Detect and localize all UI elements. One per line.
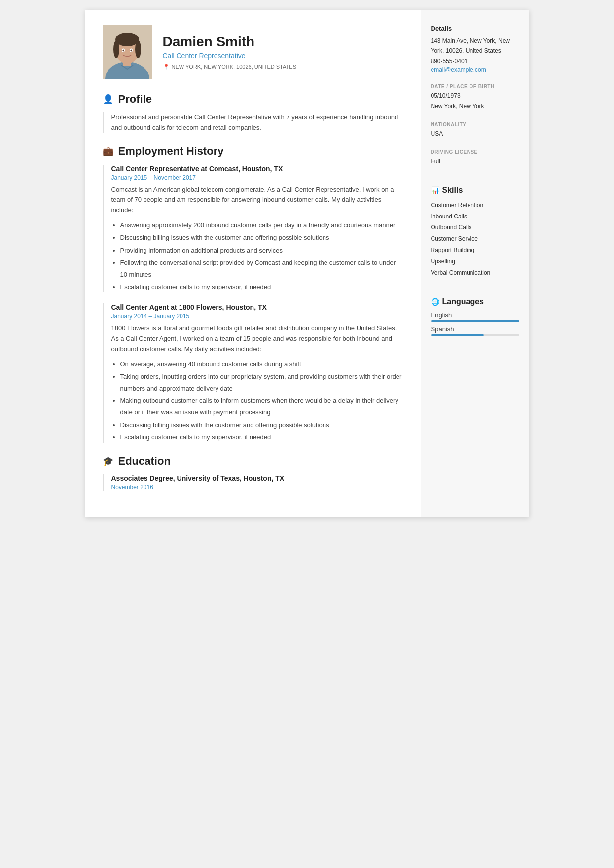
skill-item: Verbal Communication [431,267,519,279]
sidebar-address: 143 Main Ave, New York, New York, 10026,… [431,36,519,56]
details-title: Details [431,25,519,32]
sidebar-divider [431,178,519,178]
skill-item: Customer Retention [431,200,519,211]
edu-degree: Associates Degree, University of Texas, … [111,474,403,482]
driving-value: Full [431,156,519,166]
skill-item: Customer Service [431,233,519,245]
sidebar: Details 143 Main Ave, New York, New York… [421,10,529,517]
sidebar-email: email@example.com [431,66,519,73]
job-description: 1800 Flowers is a floral and gourmet foo… [111,324,403,354]
svg-point-6 [113,40,119,58]
bullet-item: On average, answering 40 inbound custome… [120,359,403,370]
skill-item: Rapport Building [431,245,519,256]
education-section-title: 🎓 Education [103,455,403,468]
language-bar [431,334,484,336]
job-bullets: Answering approximately 200 inbound cust… [111,219,403,292]
sidebar-details: Details 143 Main Ave, New York, New York… [431,25,519,73]
profile-text: Professional and personable Call Center … [103,112,403,133]
employment-section: 💼 Employment History Call Center Represe… [103,145,403,443]
bullet-item: Taking orders, inputting orders into our… [120,371,403,394]
svg-point-5 [115,33,139,46]
candidate-name: Damien Smith [163,34,296,50]
dob-value: 05/10/1973 [431,91,519,101]
svg-point-10 [122,50,124,52]
bullet-item: Answering approximately 200 inbound cust… [120,219,403,231]
resume-header: Damien Smith Call Center Representative … [103,25,403,79]
location-icon: 📍 [163,64,170,70]
skills-icon: 📊 [431,186,439,194]
bullet-item: Discussing billing issues with the custo… [120,232,403,243]
language-item: Spanish [431,326,519,336]
job-entry: Call Center Agent at 1800 Flowers, Houst… [103,303,403,443]
sidebar-phone: 890-555-0401 [431,56,519,66]
nationality-value: USA [431,129,519,139]
job-entry: Call Center Representative at Comcast, H… [103,165,403,293]
dob-label: DATE / PLACE OF BIRTH [431,84,519,89]
job-date: January 2014 – January 2015 [111,313,403,320]
main-content: Damien Smith Call Center Representative … [85,10,421,517]
language-bar-bg [431,320,519,322]
employment-section-title: 💼 Employment History [103,145,403,158]
job-date: January 2015 – November 2017 [111,174,403,181]
profile-section: 👤 Profile Professional and personable Ca… [103,93,403,133]
language-name: English [431,311,519,319]
sidebar-divider [431,289,519,289]
briefcase-icon: 💼 [103,146,113,157]
bullet-item: Following the conversational script prov… [120,257,403,280]
bullet-item: Providing information on additional prod… [120,245,403,256]
bullet-item: Discussing billing issues with the custo… [120,419,403,431]
languages-title: 🌐 Languages [431,297,519,306]
profile-section-title: 👤 Profile [103,93,403,106]
education-entry: Associates Degree, University of Texas, … [103,474,403,491]
education-section: 🎓 Education Associates Degree, Universit… [103,455,403,491]
skills-title: 📊 Skills [431,186,519,195]
driving-label: DRIVING LICENSE [431,149,519,155]
nationality-label: NATIONALITY [431,122,519,127]
bullet-item: Escalating customer calls to my supervis… [120,432,403,443]
sidebar-dob: DATE / PLACE OF BIRTH 05/10/1973 New Yor… [431,84,519,111]
language-bar [431,320,519,322]
bullet-item: Escalating customer calls to my supervis… [120,281,403,292]
language-name: Spanish [431,326,519,333]
resume-container: Damien Smith Call Center Representative … [85,10,529,517]
svg-point-11 [130,50,132,52]
job-title: Call Center Representative at Comcast, H… [111,165,403,173]
dob-place: New York, New York [431,101,519,111]
skill-item: Inbound Calls [431,211,519,222]
skill-item: Outbound Calls [431,222,519,233]
profile-icon: 👤 [103,94,113,105]
job-title: Call Center Agent at 1800 Flowers, Houst… [111,303,403,311]
language-item: English [431,311,519,322]
sidebar-languages: 🌐 Languages English Spanish [431,297,519,336]
job-description: Comcast is an American global telecom co… [111,185,403,216]
sidebar-driving: DRIVING LICENSE Full [431,149,519,166]
avatar [103,25,152,79]
sidebar-skills: 📊 Skills Customer Retention Inbound Call… [431,186,519,279]
edu-date: November 2016 [111,484,403,491]
globe-icon: 🌐 [431,298,439,306]
candidate-location: 📍 NEW YORK, NEW YORK, 10026, UNITED STAT… [163,64,296,70]
job-bullets: On average, answering 40 inbound custome… [111,359,403,443]
graduation-icon: 🎓 [103,456,113,467]
candidate-title: Call Center Representative [163,52,296,60]
skill-item: Upselling [431,256,519,267]
sidebar-nationality: NATIONALITY USA [431,122,519,139]
header-info: Damien Smith Call Center Representative … [163,34,296,70]
language-bar-bg [431,334,519,336]
bullet-item: Making outbound customer calls to inform… [120,395,403,418]
svg-point-7 [135,40,141,58]
